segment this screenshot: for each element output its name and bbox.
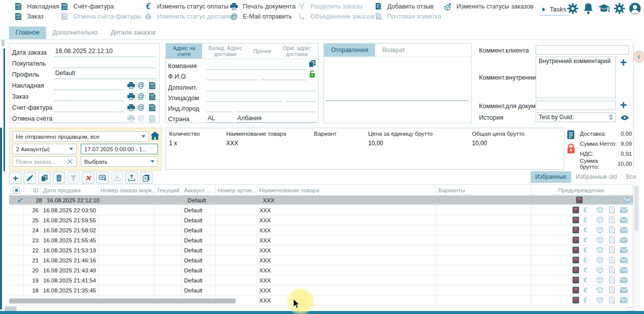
grid-col-header[interactable]: Номер заказа марк... bbox=[98, 185, 154, 195]
printer-icon[interactable] bbox=[127, 104, 135, 112]
toolbar-item-statuses[interactable]: Изменить статусы заказов bbox=[443, 2, 533, 12]
company-field[interactable] bbox=[207, 62, 307, 70]
eye-icon[interactable] bbox=[620, 113, 629, 122]
euro-warning-icon[interactable]: € bbox=[583, 286, 592, 294]
horizontal-scrollbar-thumb[interactable] bbox=[9, 298, 236, 303]
cancelled-doc-warning-icon[interactable] bbox=[571, 236, 580, 244]
table-row[interactable]: 1916.08.2025 21:41:54DefaultXXX€ bbox=[9, 275, 633, 285]
mail-warning-icon[interactable] bbox=[619, 226, 628, 234]
gear-icon[interactable] bbox=[613, 3, 625, 15]
toolbar-item-split[interactable]: Разделить заказы bbox=[297, 2, 375, 12]
cancelled-doc-warning-icon[interactable] bbox=[571, 216, 580, 224]
tab-shipments[interactable]: Отправления bbox=[324, 44, 375, 57]
toolbar-item-credit-note[interactable]: 123Счёт-фактура bbox=[60, 2, 141, 12]
toolbar-item-package[interactable]: Изменить статус доставки bbox=[144, 12, 233, 22]
toolbar-item-merge[interactable]: Объединение заказов bbox=[297, 12, 375, 22]
package-warning-icon[interactable] bbox=[595, 226, 604, 234]
at-icon[interactable]: @ bbox=[137, 104, 146, 112]
cancelled-doc-warning-icon[interactable] bbox=[571, 246, 580, 254]
row-checkbox[interactable] bbox=[9, 235, 24, 245]
status-filter-select[interactable]: Не отправлено продавцом, все bbox=[13, 131, 149, 142]
search-orders-button[interactable]: EQ bbox=[96, 172, 109, 184]
grid-col-header[interactable]: Номер артик... bbox=[216, 185, 257, 195]
mail-warning-icon[interactable] bbox=[619, 216, 628, 224]
at-icon[interactable]: @ bbox=[137, 93, 146, 101]
row-checkbox[interactable] bbox=[9, 215, 24, 225]
tab-other[interactable]: Прочее bbox=[248, 44, 276, 59]
table-row[interactable]: 1816.08.2025 21:35:45DefaultXXX€ bbox=[9, 285, 633, 295]
vertical-scrollbar-thumb[interactable] bbox=[634, 186, 638, 231]
invoice-icon[interactable]: 123 bbox=[148, 104, 156, 112]
grid-col-header[interactable]: ID bbox=[24, 185, 41, 195]
copy-address-icon[interactable] bbox=[308, 60, 316, 68]
table-row[interactable]: 2516.08.2025 21:59:55DefaultXXX€ bbox=[9, 215, 633, 225]
invoice-icon[interactable]: 123 bbox=[148, 82, 156, 90]
add-internal-comment-button[interactable]: + bbox=[620, 57, 627, 69]
toolbar-item-euro[interactable]: €Изменить статус оплаты bbox=[144, 2, 233, 12]
bell-icon[interactable] bbox=[582, 3, 594, 15]
internal-comment-textarea[interactable]: Внутренний комментарий bbox=[536, 57, 616, 98]
grid-col-header[interactable]: Предупреждения bbox=[532, 185, 633, 195]
copy-button[interactable] bbox=[38, 172, 51, 184]
tab-billing-address[interactable]: Адрес на счете bbox=[166, 44, 202, 59]
toolbar-item-cancel-invoice[interactable]: 123Отмена счёта-фактуры bbox=[60, 12, 141, 22]
field-value[interactable] bbox=[54, 114, 124, 123]
toolbar-item-printer[interactable]: Печать документа bbox=[230, 2, 295, 12]
country-name-field[interactable]: Албания bbox=[236, 115, 316, 123]
graduation-cap-icon[interactable] bbox=[598, 3, 610, 15]
toolbar-item-review[interactable]: Добавить отзыв bbox=[374, 2, 441, 12]
country-code-field[interactable]: AL bbox=[207, 115, 233, 123]
document-comment-input[interactable] bbox=[536, 101, 616, 110]
first-name-field[interactable] bbox=[207, 72, 257, 80]
package-warning-icon[interactable] bbox=[595, 206, 604, 214]
spinner-icon[interactable] bbox=[609, 114, 613, 120]
field-value[interactable] bbox=[54, 92, 124, 101]
cancelled-doc-warning-icon[interactable] bbox=[571, 226, 580, 234]
filter-button[interactable] bbox=[67, 172, 80, 184]
cancelled-doc-warning-icon[interactable] bbox=[571, 276, 580, 284]
mail-warning-icon[interactable] bbox=[619, 276, 628, 284]
tab-main[interactable]: Главное bbox=[9, 27, 46, 39]
mail-warning-icon[interactable] bbox=[623, 196, 632, 204]
grid-col-header[interactable] bbox=[9, 185, 24, 195]
mail-warning-icon[interactable] bbox=[619, 286, 628, 294]
field-value[interactable] bbox=[54, 59, 156, 68]
tab-favorites[interactable]: Избранные bbox=[531, 171, 571, 183]
mail-warning-icon[interactable] bbox=[619, 266, 628, 274]
at-icon[interactable]: @ bbox=[137, 82, 146, 90]
euro-warning-icon[interactable]: € bbox=[583, 266, 592, 274]
clear-icon[interactable] bbox=[67, 158, 73, 165]
row-checkbox[interactable] bbox=[9, 275, 24, 285]
street-field[interactable] bbox=[207, 94, 282, 102]
history-select[interactable]: Test by Guid: bbox=[536, 112, 616, 122]
euro-warning-icon[interactable]: € bbox=[583, 226, 592, 234]
toolbar-item-mail-label[interactable]: Почтовая этикетка bbox=[374, 12, 441, 22]
tab-returns[interactable]: Возврат bbox=[375, 44, 412, 57]
tasks-button[interactable]: Tasks bbox=[540, 5, 569, 16]
choose-select[interactable]: Выбрать bbox=[81, 156, 158, 167]
row-checkbox[interactable] bbox=[9, 265, 24, 275]
tab-favorites-old[interactable]: Избранные old bbox=[571, 171, 621, 183]
edit-button[interactable] bbox=[24, 172, 36, 184]
client-comment-input[interactable] bbox=[536, 45, 629, 55]
table-row[interactable]: 2316.08.2025 21:55:45DefaultXXX€ bbox=[9, 235, 633, 245]
delete-button[interactable] bbox=[53, 172, 65, 184]
document-warning-icon[interactable] bbox=[607, 296, 616, 304]
document-warning-icon[interactable] bbox=[607, 276, 616, 284]
table-row[interactable]: ✓2816.08.2025 22:12:10DefaultXXX€ bbox=[9, 195, 633, 205]
package-warning-icon[interactable] bbox=[595, 286, 604, 294]
printer-icon[interactable] bbox=[127, 82, 135, 90]
document-warning-icon[interactable] bbox=[607, 226, 616, 234]
lock-open-icon[interactable] bbox=[308, 70, 316, 78]
cancelled-doc-warning-icon[interactable] bbox=[571, 266, 580, 274]
search-order-input[interactable]: Поиск заказа... bbox=[13, 156, 77, 167]
euro-warning-icon[interactable]: € bbox=[587, 196, 596, 204]
tab-valid-shipping-address[interactable]: Валид. Адрес доставки bbox=[202, 44, 248, 59]
package-warning-icon[interactable] bbox=[595, 216, 604, 224]
table-row[interactable]: 2616.08.2025 22:03:50DefaultXXX€ bbox=[9, 205, 633, 215]
document-icon[interactable] bbox=[566, 130, 576, 140]
house-field[interactable] bbox=[286, 94, 316, 102]
cancelled-doc-warning-icon[interactable] bbox=[575, 196, 584, 204]
tab-original-shipping-address[interactable]: Ориг. адрес доставки bbox=[276, 44, 317, 59]
euro-warning-icon[interactable]: € bbox=[583, 216, 592, 224]
